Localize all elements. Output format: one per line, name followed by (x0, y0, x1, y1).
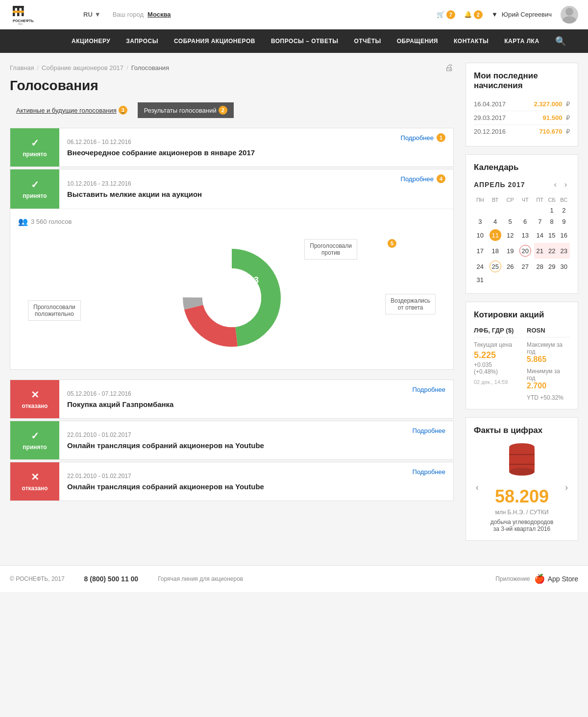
calendar-day[interactable]: 27 (516, 259, 534, 274)
user-menu[interactable]: ▼ Юрий Сергеевич (491, 11, 552, 18)
svg-point-8 (565, 8, 573, 16)
calendar-day[interactable]: 7 (534, 216, 546, 227)
facts-prev-button[interactable]: ‹ (474, 480, 481, 495)
breadcrumb-home[interactable]: Главная (10, 64, 34, 72)
cal-th-thu: ЧТ (516, 195, 534, 205)
footer-hotline: Горячая линия для акционеров (158, 575, 243, 582)
nav-item-otchety[interactable]: ОТЧЁТЫ (346, 29, 389, 53)
vote-details-link-3[interactable]: Подробнее (413, 386, 445, 393)
calendar-day[interactable]: 24 (474, 259, 487, 274)
calendar-day[interactable]: 25 (487, 259, 504, 274)
avatar[interactable] (561, 6, 578, 24)
nav-item-karta[interactable]: КАРТА ЛКА (496, 29, 547, 53)
quotes-change: +0.035 (+0.48%) (474, 361, 517, 375)
calendar-week-row: 31 (474, 274, 570, 286)
x-icon-3: ✕ (31, 389, 39, 401)
nav-item-obrashcheniya[interactable]: ОБРАЩЕНИЯ (389, 29, 446, 53)
calendar-week-row: 17181920212223 (474, 243, 570, 259)
votes-count: 👥 3 560 голосов (18, 217, 445, 226)
calendar-day[interactable]: 8 (546, 216, 558, 227)
calendar-day[interactable]: 22 (546, 243, 558, 259)
svg-rect-4 (13, 6, 24, 8)
calendar-day[interactable]: 29 (546, 259, 558, 274)
calendar-day[interactable]: 12 (504, 227, 516, 243)
cart-button[interactable]: 🛒 7 (437, 10, 455, 19)
calendar-day (487, 274, 504, 286)
calendar-day[interactable]: 10 (474, 227, 487, 243)
calendar-day[interactable]: 2 (558, 205, 570, 216)
calendar-day[interactable]: 16 (558, 227, 570, 243)
nav-item-kontakty[interactable]: КОНТАКТЫ (446, 29, 496, 53)
breadcrumb: Главная / Собрание акционеров 2017 / Гол… (10, 63, 454, 73)
calendar-day[interactable]: 20 (516, 243, 534, 259)
vote-details-link-1[interactable]: Подробнее (401, 134, 434, 142)
notifications-button[interactable]: 🔔 2 (464, 10, 483, 19)
tab-results[interactable]: Результаты голосований 2 (138, 102, 234, 118)
apple-icon: 🍎 (534, 574, 545, 584)
facts-description: добыча углеводородовза 3-ий квартал 2016 (481, 519, 563, 532)
cal-th-tue: ВТ (487, 195, 504, 205)
cal-prev-button[interactable]: ‹ (551, 179, 559, 190)
vote-card-5: ✕ отказано 22.01.2010 - 01.02.2017 Онлай… (10, 462, 454, 501)
sidebar: Мои последниеначисления 16.04.2017 2.327… (466, 63, 578, 541)
calendar-day[interactable]: 18 (487, 243, 504, 259)
calendar-day[interactable]: 21 (534, 243, 546, 259)
header-center: RU ▼ Ваш город Москва (74, 11, 437, 18)
tab-active-votes[interactable]: Активные и будущие голосования 3 (10, 102, 134, 118)
calendar-day[interactable]: 19 (504, 243, 516, 259)
calendar-day[interactable]: 1 (546, 205, 558, 216)
calendar-day[interactable]: 5 (504, 216, 516, 227)
accruals-section: Мои последниеначисления 16.04.2017 2.327… (466, 63, 578, 146)
svg-point-19 (509, 468, 535, 476)
nav-item-zaprosy[interactable]: ЗАПРОСЫ (118, 29, 166, 53)
vote-details-link-5[interactable]: Подробнее (413, 468, 445, 476)
nav-item-sobraniya[interactable]: СОБРАНИЯ АКЦИОНЕРОВ (166, 29, 263, 53)
app-store-button[interactable]: 🍎 App Store (534, 574, 578, 584)
calendar-day[interactable]: 14 (534, 227, 546, 243)
calendar-day[interactable]: 23 (558, 243, 570, 259)
facts-next-button[interactable]: › (563, 480, 570, 495)
language-selector[interactable]: RU ▼ (83, 11, 101, 18)
city-link[interactable]: Москва (147, 11, 171, 18)
calendar-day[interactable]: 4 (487, 216, 504, 227)
print-button[interactable]: 🖨 (445, 63, 454, 73)
calendar-day (504, 205, 516, 216)
search-button[interactable]: 🔍 (547, 29, 574, 53)
nav-item-akcioner[interactable]: АКЦИОНЕРУ (64, 29, 118, 53)
nav-item-voprosy[interactable]: ВОПРОСЫ – ОТВЕТЫ (263, 29, 346, 53)
quotes-min-value: 2.700 (527, 382, 570, 390)
cal-next-button[interactable]: › (562, 179, 570, 190)
page-title: Голосования (10, 78, 454, 94)
vote-top-2: ✓ принято 10.12.2016 - 23.12.2016 Выстав… (10, 169, 453, 209)
calendar-today: 11 (490, 229, 501, 241)
logo[interactable]: РОСНЕФТЬ ЛКА (10, 2, 74, 27)
calendar-day[interactable]: 9 (558, 216, 570, 227)
vote-status-4: ✓ принято (10, 421, 59, 459)
calendar-day[interactable]: 30 (558, 259, 570, 274)
quotes-min-label: Минимум за год (527, 368, 570, 382)
svg-text:ЛКА: ЛКА (18, 23, 24, 25)
breadcrumb-shareholders[interactable]: Собрание акционеров 2017 (42, 64, 123, 72)
calendar-day[interactable]: 6 (516, 216, 534, 227)
calendar-day[interactable]: 28 (534, 259, 546, 274)
vote-link-area-2: Подробнее 4 (393, 169, 453, 209)
calendar-day[interactable]: 11 (487, 227, 504, 243)
calendar-day[interactable]: 26 (504, 259, 516, 274)
calendar-day[interactable]: 31 (474, 274, 487, 286)
calendar-day[interactable]: 15 (546, 227, 558, 243)
footer-app: Приложение 🍎 App Store (495, 574, 578, 584)
barrel-icon (481, 442, 563, 482)
vote-details-link-4[interactable]: Подробнее (413, 427, 445, 434)
footer-app-label: Приложение (495, 575, 530, 582)
app-store-label: App Store (548, 575, 578, 583)
vote-title-4: Онлайн трансляция собраний акционеров на… (67, 441, 397, 450)
calendar-day (516, 205, 534, 216)
calendar-selected: 20 (519, 245, 531, 257)
calendar-day[interactable]: 3 (474, 216, 487, 227)
quotes-cols: ЛФБ, ГДР ($) Текущая цена 5.225 +0.035 (… (474, 327, 570, 401)
vote-details-link-2[interactable]: Подробнее (401, 175, 434, 183)
calendar-day[interactable]: 13 (516, 227, 534, 243)
calendar-day (474, 205, 487, 216)
calendar-day[interactable]: 17 (474, 243, 487, 259)
calendar-month: АПРЕЛЬ 2017 (474, 181, 525, 189)
